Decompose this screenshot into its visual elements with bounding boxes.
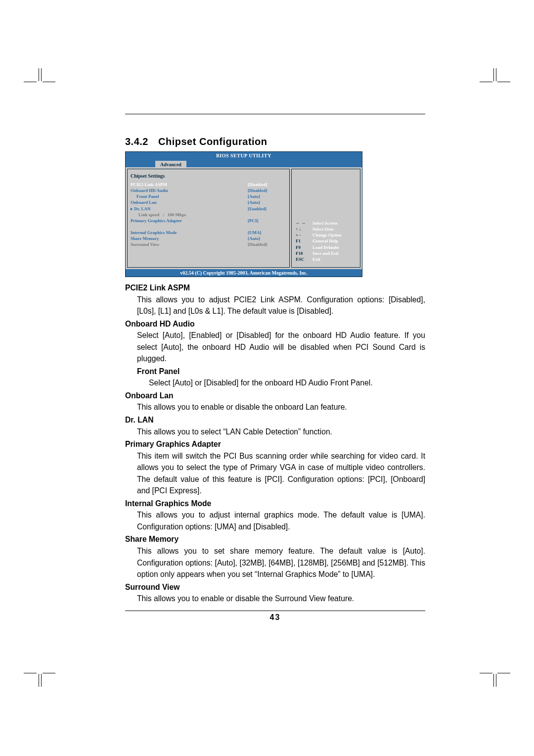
description-body: PCIE2 Link ASPM This allows you to adjus…	[125, 282, 425, 605]
bios-setting-value: [Auto]	[248, 199, 286, 205]
bios-setting-value: [Disabled]	[248, 241, 286, 247]
bios-help-row: F9Load Defaults	[296, 244, 358, 250]
frontpanel-heading: Front Panel	[137, 366, 425, 378]
bios-setting-row[interactable]: ▸ Dr. LAN[Enabled]	[131, 206, 286, 212]
bios-setting-value: [Auto]	[248, 236, 286, 241]
bios-body: Chipset Settings PCIE2 Link ASPM[Disable…	[126, 167, 362, 269]
crop-mark	[24, 82, 37, 82]
bios-help-row: F1General Help	[296, 238, 358, 244]
bios-help-panel: ← →Select Screen↑ ↓Select Item+ -Change …	[291, 169, 360, 268]
bios-tab-advanced[interactable]: Advanced	[155, 161, 186, 168]
sharemem-heading: Share Memory	[125, 533, 425, 545]
crop-mark	[493, 68, 494, 81]
page-number: 43	[125, 613, 425, 622]
sharemem-text: This allows you to set share memory feat…	[137, 545, 425, 580]
bios-help-text: Select Screen	[312, 220, 338, 226]
section-heading: 3.4.2 Chipset Configuration	[125, 136, 425, 147]
bios-help-key: ↑ ↓	[296, 226, 312, 232]
bios-setting-value: [Disabled]	[248, 188, 286, 193]
crop-mark	[43, 673, 55, 673]
crop-mark	[496, 674, 496, 687]
crop-mark	[493, 674, 494, 687]
crop-mark	[41, 674, 42, 687]
bios-setting-label: Onboard HD Audio	[131, 188, 248, 193]
bios-setting-value: [Auto]	[248, 193, 286, 199]
bios-help-key: ← →	[296, 220, 312, 226]
hdaudio-heading: Onboard HD Audio	[125, 318, 425, 330]
bios-setting-label: Link speed : 100 Mbps	[131, 212, 248, 218]
bios-setting-label: Onboard Lan	[131, 199, 248, 205]
bios-help-key: ESC	[296, 256, 312, 262]
content-area: 3.4.2 Chipset Configuration BIOS SETUP U…	[125, 114, 425, 622]
bios-setting-value: [PCI]	[248, 218, 286, 224]
bios-setting-value	[248, 224, 286, 230]
section-title-text: Chipset Configuration	[158, 136, 267, 147]
pcie2-heading: PCIE2 Link ASPM	[125, 282, 425, 294]
bios-tab-bar: Advanced	[126, 159, 362, 167]
onboardlan-text: This allows you to enable or disable the…	[137, 401, 425, 413]
bios-setting-value: [Enabled]	[248, 206, 286, 212]
bios-help-row: ESCExit	[296, 256, 358, 262]
bios-setting-label: Internal Graphics Mode	[131, 230, 248, 236]
bios-help-key: + -	[296, 232, 312, 238]
bios-help-key: F9	[296, 244, 312, 250]
crop-mark	[496, 68, 496, 81]
bios-panel-title: Chipset Settings	[131, 173, 286, 179]
crop-mark	[480, 82, 492, 82]
onboardlan-heading: Onboard Lan	[125, 390, 425, 402]
pga-text: This item will switch the PCI Bus scanni…	[137, 450, 425, 497]
page: 3.4.2 Chipset Configuration BIOS SETUP U…	[0, 0, 534, 756]
bios-help-row: F10Save and Exit	[296, 250, 358, 256]
bios-setting-value: [Disabled]	[248, 182, 286, 188]
bios-setting-label: Share Memory	[131, 236, 248, 241]
hdaudio-text: Select [Auto], [Enabled] or [Disabled] f…	[137, 330, 425, 365]
crop-mark	[480, 673, 492, 673]
bios-help-text: Save and Exit	[312, 250, 339, 256]
bios-copyright: v02.54 (C) Copyright 1985-2003, American…	[126, 269, 362, 277]
bios-help-row: + -Change Option	[296, 232, 358, 238]
crop-mark	[497, 673, 510, 673]
bios-setting-row[interactable]: Link speed : 100 Mbps	[131, 212, 286, 218]
drlan-heading: Dr. LAN	[125, 414, 425, 426]
frontpanel-text: Select [Auto] or [Disabled] for the onbo…	[149, 377, 425, 389]
bios-setting-row[interactable]: Onboard Lan[Auto]	[131, 199, 286, 205]
bios-help-text: Select Item	[312, 226, 334, 232]
section-number: 3.4.2	[125, 136, 148, 147]
crop-mark	[39, 674, 39, 687]
top-rule	[125, 114, 425, 114]
bios-setting-row[interactable]: Front Panel[Auto]	[131, 193, 286, 199]
bios-setting-row[interactable]: Onboard HD Audio[Disabled]	[131, 188, 286, 193]
surround-heading: Surround View	[125, 581, 425, 593]
bios-setting-label: Front Panel	[131, 193, 248, 199]
crop-mark	[24, 673, 37, 673]
bios-setting-row[interactable]: Share Memory[Auto]	[131, 236, 286, 241]
bios-help-text: Load Defaults	[312, 244, 339, 250]
bios-help-key: F1	[296, 238, 312, 244]
bios-setting-label: Primary Graphics Adapter	[131, 218, 248, 224]
pga-heading: Primary Graphics Adapter	[125, 438, 425, 450]
pcie2-text: This allows you to adjust PCIE2 Link ASP…	[137, 294, 425, 317]
crop-mark	[497, 82, 510, 82]
bios-setting-row[interactable]	[131, 224, 286, 230]
crop-mark	[43, 82, 55, 82]
bios-screenshot: BIOS SETUP UTILITY Advanced Chipset Sett…	[125, 151, 362, 277]
bios-setting-row[interactable]: Primary Graphics Adapter[PCI]	[131, 218, 286, 224]
surround-text: This allows you to enable or disable the…	[137, 593, 425, 605]
bios-setting-row[interactable]: PCIE2 Link ASPM[Disabled]	[131, 182, 286, 188]
bios-setting-label: Surround View	[131, 241, 248, 247]
bios-setting-label	[131, 224, 248, 230]
igm-text: This allows you to adjust internal graph…	[137, 509, 425, 532]
bios-setting-row[interactable]: Internal Graphics Mode[UMA]	[131, 230, 286, 236]
bios-help-text: Change Option	[312, 232, 342, 238]
drlan-text: This allows you to select “LAN Cable Det…	[137, 426, 425, 438]
bios-setting-row[interactable]: Surround View[Disabled]	[131, 241, 286, 247]
bottom-rule	[125, 611, 425, 611]
bios-setting-label: ▸ Dr. LAN	[131, 206, 248, 212]
crop-mark	[41, 68, 42, 81]
igm-heading: Internal Graphics Mode	[125, 498, 425, 510]
bios-help-row: ↑ ↓Select Item	[296, 226, 358, 232]
bios-title: BIOS SETUP UTILITY	[126, 152, 362, 159]
bios-help-text: General Help	[312, 238, 338, 244]
bios-setting-value: [UMA]	[248, 230, 286, 236]
bios-settings-panel: Chipset Settings PCIE2 Link ASPM[Disable…	[127, 169, 290, 268]
